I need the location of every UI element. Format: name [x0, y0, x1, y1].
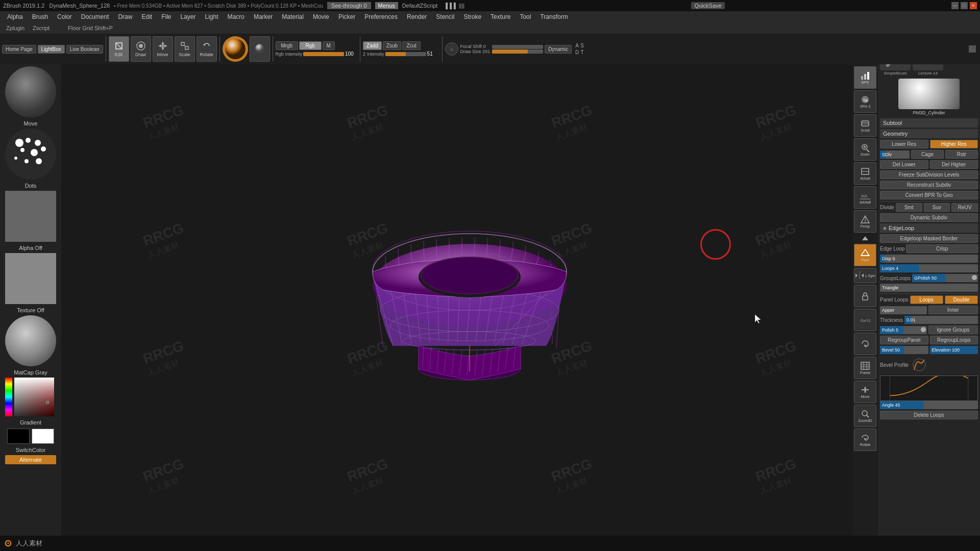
angle-slider[interactable]: Angle 45 — [880, 401, 978, 409]
3d-brush-preview[interactable] — [223, 36, 248, 62]
zcut-btn[interactable]: Zcut — [402, 41, 421, 50]
menu-marker[interactable]: Marker — [250, 12, 277, 21]
m-btn[interactable]: M — [323, 41, 335, 50]
suv-btn[interactable]: Suv — [924, 203, 950, 212]
subtool-header[interactable]: Subtool — [880, 118, 978, 128]
live-boolean-btn[interactable]: Live Boolean — [66, 45, 103, 54]
menu-alpha[interactable]: Alpha — [3, 12, 27, 21]
spix-btn[interactable]: Sp SPix 3 — [854, 90, 876, 113]
menu-edit[interactable]: Edit — [137, 12, 156, 21]
menu-color[interactable]: Color — [53, 12, 76, 21]
menu-layer[interactable]: Layer — [177, 12, 200, 21]
home-page-btn[interactable]: Home Page — [2, 45, 36, 54]
color-picker[interactable] — [5, 378, 56, 416]
zbrush-icon-btn[interactable] — [910, 356, 928, 374]
move-nav-btn[interactable]: Move — [854, 381, 876, 403]
menu-tool[interactable]: Tool — [516, 12, 535, 21]
loops2-btn[interactable]: Loops — [910, 295, 943, 304]
canvas-area[interactable]: RRCG人人素材 RRCG人人素材 RRCG人人素材 RRCG人人素材 RRCG… — [61, 64, 878, 536]
rstr-btn[interactable]: Rstr — [945, 150, 978, 159]
persp-btn[interactable]: Persp — [854, 210, 876, 233]
lower-res-btn[interactable]: Lower Res — [880, 140, 928, 148]
zsub-btn[interactable]: Zsub — [383, 41, 401, 50]
append-slider[interactable]: Apper — [880, 306, 927, 314]
geometry-header[interactable]: Geometry — [880, 129, 978, 138]
rotate-nav-btn[interactable]: Rotate — [854, 429, 876, 451]
zadd-btn[interactable]: Zadd — [363, 41, 382, 50]
frame-btn[interactable]: Frame — [854, 357, 876, 379]
polish-toggle[interactable] — [921, 327, 926, 332]
move-btn[interactable]: Move — [153, 36, 173, 62]
lightbox-btn[interactable]: LightBox — [38, 45, 65, 54]
maximize-btn[interactable]: □ — [961, 2, 968, 9]
convert-bpr-btn[interactable]: Convert BPR To Geo — [880, 191, 978, 199]
material-preview[interactable] — [250, 36, 270, 62]
thickness-slider[interactable]: 0.01 — [904, 316, 978, 324]
menu-preferences[interactable]: Preferences — [360, 12, 402, 21]
alternate-btn[interactable]: Alternate — [5, 455, 56, 464]
panel-toggle[interactable] — [854, 234, 876, 242]
menu-stencil[interactable]: Stencil — [432, 12, 458, 21]
menu-brush[interactable]: Brush — [28, 12, 52, 21]
menu-stroke[interactable]: Stroke — [459, 12, 485, 21]
minimize-btn[interactable]: ─ — [951, 2, 959, 9]
menu-render[interactable]: Render — [403, 12, 431, 21]
swatch-white[interactable] — [32, 429, 54, 444]
polish-slider[interactable]: Polish 5 — [880, 326, 927, 334]
menus-btn[interactable]: Menus — [375, 2, 398, 9]
gxyz-btn[interactable]: GxYZ — [854, 309, 876, 331]
lock-btn[interactable] — [854, 285, 876, 307]
rotate-btn[interactable]: Rotate — [197, 36, 217, 62]
inner-btn[interactable]: Inner — [928, 306, 978, 314]
disp-slider[interactable]: Disp 0 — [880, 255, 978, 263]
dots-brush-thumb[interactable] — [5, 129, 56, 180]
menu-document[interactable]: Document — [77, 12, 113, 21]
quicksave-btn[interactable]: QuickSave — [691, 2, 724, 9]
edgeloop-header[interactable]: ◆ EdgeLoop — [880, 223, 978, 233]
bevel-slider[interactable]: Bevel 50 — [880, 346, 928, 354]
reconstruct-subdiv-btn[interactable]: Reconstruct Subdiv — [880, 181, 978, 189]
crisp-btn[interactable]: Crisp — [906, 244, 978, 253]
scale-btn[interactable]: Scale — [175, 36, 195, 62]
swatch-black[interactable] — [7, 429, 30, 444]
menu-picker[interactable]: Picker — [334, 12, 359, 21]
hue-bar[interactable] — [5, 378, 12, 416]
dynamic-btn[interactable]: Dynamic — [545, 45, 572, 54]
texture-thumb[interactable] — [5, 253, 56, 304]
bevel-profile-area[interactable] — [880, 375, 978, 401]
double-btn[interactable]: Double — [945, 295, 978, 304]
main-tool-thumb[interactable] — [898, 79, 960, 109]
close-btn[interactable]: ✕ — [970, 2, 977, 9]
menu-material[interactable]: Material — [278, 12, 308, 21]
menu-transform[interactable]: Transform — [536, 12, 572, 21]
focal-shift-dial[interactable]: ○ — [445, 42, 458, 56]
zoom-btn[interactable]: Zoom — [854, 138, 876, 161]
del-lower-btn[interactable]: Del Lower — [880, 160, 928, 169]
menu-macro[interactable]: Macro — [224, 12, 249, 21]
menu-texture[interactable]: Texture — [486, 12, 514, 21]
ignore-groups-btn[interactable]: Ignore Groups — [928, 325, 978, 334]
menu-movie[interactable]: Movie — [309, 12, 333, 21]
floor-btn[interactable]: Floor — [854, 244, 876, 266]
reuv-btn[interactable]: ReUV — [951, 203, 978, 212]
zscript-item[interactable]: Zscript — [30, 24, 53, 32]
lsym-btn[interactable]: L Sym — [854, 268, 876, 283]
gpolish-toggle[interactable] — [972, 275, 977, 280]
mrgb-btn[interactable]: Mrgb — [276, 41, 298, 50]
matcap-thumb[interactable] — [5, 315, 56, 366]
see-through-btn[interactable]: See-through 0 — [327, 2, 371, 9]
cage-btn[interactable]: Cage — [911, 150, 944, 159]
regroup-panel-btn[interactable]: RegroupPanel — [880, 336, 928, 344]
smt-btn[interactable]: Smt — [896, 203, 922, 212]
edgeloop-masked-btn[interactable]: Edgeloop Masked Border — [880, 234, 978, 243]
aahalf-btn[interactable]: AA AAHalf — [854, 186, 876, 209]
bpr-btn[interactable]: BPR — [854, 66, 876, 89]
elevation-slider[interactable]: Elevation 100 — [930, 346, 978, 354]
3d-object[interactable] — [342, 188, 597, 392]
menu-file[interactable]: File — [157, 12, 175, 21]
freeze-subdiv-btn[interactable]: Freeze SubDivision Levels — [880, 170, 978, 179]
edit-btn[interactable]: Edit — [109, 36, 129, 62]
sdlv-slider[interactable]: SDlv — [880, 151, 910, 159]
zoom3d-btn[interactable]: Zoom3D — [854, 405, 876, 427]
triangle-slider[interactable]: Triangle — [880, 284, 978, 292]
